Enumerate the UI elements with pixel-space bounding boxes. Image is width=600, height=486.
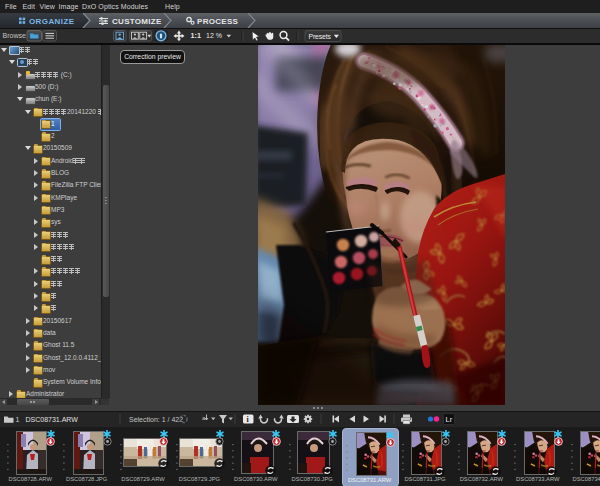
- svg-text:1: 1: [16, 416, 20, 423]
- svg-text:1:1: 1:1: [191, 31, 201, 40]
- svg-text:DSC08731.ARW: DSC08731.ARW: [26, 416, 79, 423]
- svg-text:Presets: Presets: [309, 33, 332, 40]
- svg-text:ORGANIZE: ORGANIZE: [29, 17, 75, 26]
- svg-text:CUSTOMIZE: CUSTOMIZE: [112, 17, 162, 26]
- svg-text:Lr: Lr: [446, 415, 453, 424]
- svg-text:Selection: 1 / 422: Selection: 1 / 422: [129, 416, 183, 423]
- svg-text:12 %: 12 %: [206, 32, 222, 39]
- svg-text:PROCESS: PROCESS: [197, 17, 239, 26]
- svg-text:Browse: Browse: [3, 32, 26, 39]
